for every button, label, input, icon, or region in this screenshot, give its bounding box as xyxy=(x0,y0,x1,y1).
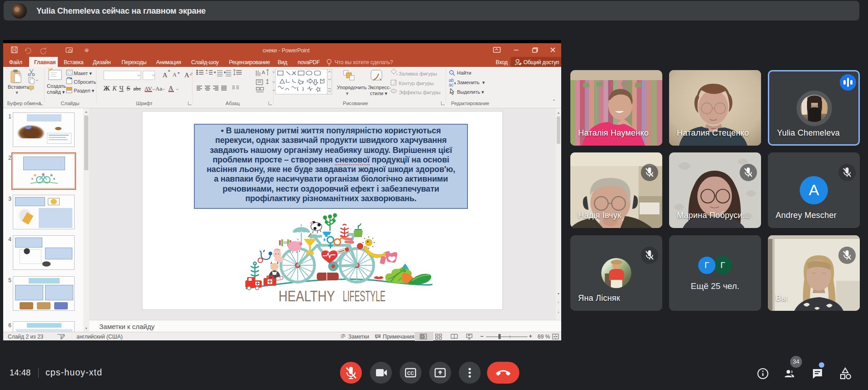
svg-text:CC: CC xyxy=(407,370,415,376)
svg-text:abc: abc xyxy=(133,86,141,92)
svg-text:Ч: Ч xyxy=(119,85,123,92)
svg-text:Aa: Aa xyxy=(155,85,162,92)
svg-text:А: А xyxy=(168,85,173,92)
svg-text:A: A xyxy=(162,71,168,79)
svg-text:ac: ac xyxy=(449,82,454,87)
svg-text:S: S xyxy=(127,85,130,92)
svg-text:LIFESTYLE: LIFESTYLE xyxy=(343,287,386,304)
svg-text:A: A xyxy=(173,71,177,78)
svg-text:HEALTHY: HEALTHY xyxy=(279,287,335,304)
svg-text:К: К xyxy=(112,85,117,92)
svg-text:A: A xyxy=(262,70,265,75)
svg-text:A: A xyxy=(184,71,189,79)
svg-text:Ж: Ж xyxy=(103,85,110,92)
